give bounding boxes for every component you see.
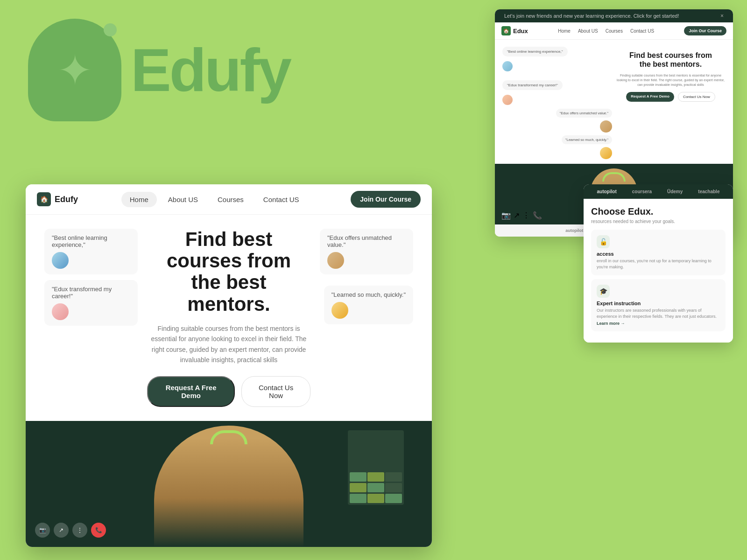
shelf-row-3 [350, 494, 402, 503]
right-feature-1-desc: enroll in our courses, you're not up for… [597, 258, 720, 270]
shelf-book-9 [385, 494, 402, 503]
small-notif-close[interactable]: × [720, 13, 724, 19]
right-platform-teachable: teachable [698, 189, 719, 194]
right-choose-section: Choose Edux. resources needed to achieve… [584, 199, 733, 343]
small-headphones [602, 172, 626, 182]
background-logo-area: Edufy [28, 19, 290, 121]
small-avatar-1 [502, 61, 612, 71]
right-platform-coursera: coursera [632, 189, 652, 194]
large-nav-about[interactable]: About US [160, 192, 206, 207]
large-hero-center: Find best courses from the best mentors.… [147, 229, 310, 407]
large-avatar-row-3 [327, 252, 406, 269]
small-hero-center: Find best courses from the best mentors.… [616, 46, 726, 105]
small-notif-text: Let's join new friends and new year lear… [504, 13, 679, 19]
bg-logo-icon [28, 19, 121, 121]
large-nav-contact[interactable]: Contact US [255, 192, 308, 207]
large-video-section: 📷 ↗ ⋮ 📞 [26, 421, 432, 547]
large-video-person [154, 426, 303, 547]
large-testimonial-bottom-right: "Learned so much, quickly." [324, 286, 413, 324]
small-nav-contact[interactable]: Contact US [630, 28, 654, 34]
large-contact-btn[interactable]: Contact Us Now [241, 376, 310, 407]
right-feature-1-title: access [597, 251, 720, 257]
small-logo-icon: 🏠 [501, 26, 511, 35]
small-testimonial-top-left: "Best online learning experience," [502, 47, 568, 56]
large-headphones [210, 430, 247, 444]
platform-autopilot: autopilot [565, 228, 583, 233]
small-avatar-circle-3 [600, 120, 612, 133]
large-demo-btn[interactable]: Request A Free Demo [147, 376, 235, 407]
small-join-btn[interactable]: Join Our Course [684, 26, 726, 35]
right-choose-desc: resources needed to achieve your goals. [591, 219, 726, 224]
large-hero-right: "Edux offers unmatched value." "Learned … [320, 229, 413, 330]
shelf-book-6 [385, 483, 402, 492]
large-avatar-row-4 [331, 302, 406, 319]
small-nav: 🏠 Edux Home About US Courses Contact US … [495, 22, 733, 40]
large-avatar-row-1 [52, 252, 130, 269]
large-avatar-4 [331, 302, 348, 319]
large-avatar-2 [52, 303, 69, 320]
large-ctrl-share[interactable]: ↗ [54, 523, 69, 538]
small-logo-text: Edux [513, 28, 528, 35]
large-logo-icon: 🏠 [37, 192, 51, 206]
large-nav-home[interactable]: Home [121, 192, 157, 207]
large-hero: "Best online learning experience," "Edux… [26, 215, 432, 421]
large-hero-btns: Request A Free Demo Contact Us Now [147, 376, 310, 407]
bg-logo-dot [104, 23, 117, 36]
small-avatar-circle-2 [502, 95, 513, 105]
small-nav-links: Home About US Courses Contact US [558, 28, 654, 34]
small-hero-left: "Best online learning experience," "Edux… [502, 46, 612, 105]
large-hero-desc: Finding suitable courses from the best m… [147, 323, 310, 365]
shelf-book-1 [350, 472, 366, 482]
small-avatar-circle-1 [502, 61, 513, 71]
browser-right: autopilot coursera Ūdemy teachable Choos… [584, 184, 733, 343]
shelf-row-1 [350, 472, 402, 482]
large-ctrl-end[interactable]: 📞 [91, 523, 106, 538]
small-testimonial-bottom-right: "Learned so much, quickly." [562, 135, 612, 144]
small-nav-logo[interactable]: 🏠 Edux [501, 26, 528, 35]
small-hero-desc: Finding suitable courses from the best m… [616, 73, 726, 87]
shelf-book-4 [350, 483, 366, 492]
large-avatar-1 [52, 252, 69, 269]
small-testimonial-bottom-left: "Edux transformed my career!" [502, 80, 563, 90]
small-avatar-circle-4 [600, 147, 612, 159]
small-hero-right: "Edux offers unmatched value." "Learned … [502, 109, 612, 159]
large-avatar-row-2 [52, 303, 130, 320]
small-contact-btn[interactable]: Contact Us Now [678, 92, 715, 102]
large-avatar-3 [327, 252, 344, 269]
large-ctrl-more[interactable]: ⋮ [72, 523, 87, 538]
right-platform-bar: autopilot coursera Ūdemy teachable [584, 184, 733, 199]
large-join-btn[interactable]: Join Our Course [351, 191, 421, 208]
shelf-book-7 [350, 494, 366, 503]
right-learn-more[interactable]: Learn more → [597, 321, 720, 326]
large-video-controls: 📷 ↗ ⋮ 📞 [35, 523, 106, 538]
browser-large: 🏠 Edufy Home About US Courses Contact US… [26, 184, 432, 547]
large-ctrl-camera[interactable]: 📷 [35, 523, 50, 538]
small-ctrl-more[interactable]: ⋮ [522, 211, 530, 220]
small-ctrl-share[interactable]: ↗ [514, 211, 520, 220]
small-nav-home[interactable]: Home [558, 28, 571, 34]
shelf-row-2 [350, 483, 402, 492]
small-nav-courses[interactable]: Courses [606, 28, 623, 34]
right-platform-autopilot: autopilot [597, 189, 617, 194]
right-feature-1: 🔓 access enroll in our courses, you're n… [591, 230, 726, 275]
shelf-book-2 [367, 472, 384, 482]
shelf-book-8 [367, 494, 384, 503]
small-ctrl-end[interactable]: 📞 [533, 211, 542, 220]
right-feature-2-icon: 🎓 [597, 285, 610, 298]
small-demo-btn[interactable]: Request A Free Demo [626, 92, 674, 102]
small-ctrl-camera[interactable]: 📷 [501, 211, 511, 220]
right-feature-2-title: Expert instruction [597, 301, 720, 306]
right-platform-udemy: Ūdemy [667, 189, 683, 194]
shelf-book-3 [385, 472, 402, 482]
large-nav: 🏠 Edufy Home About US Courses Contact US… [26, 184, 432, 215]
small-notification-bar: Let's join new friends and new year lear… [495, 9, 733, 22]
small-testimonial-top-right: "Edux offers unmatched value." [556, 109, 612, 118]
large-hero-title: Find best courses from the best mentors. [147, 229, 310, 315]
large-nav-courses[interactable]: Courses [209, 192, 252, 207]
right-feature-2: 🎓 Expert instruction Our instructors are… [591, 279, 726, 331]
right-choose-title: Choose Edux. [591, 206, 726, 217]
shelf-book-5 [367, 483, 384, 492]
large-nav-logo[interactable]: 🏠 Edufy [37, 192, 78, 206]
small-nav-about[interactable]: About US [578, 28, 598, 34]
large-nav-links: Home About US Courses Contact US [121, 192, 308, 207]
